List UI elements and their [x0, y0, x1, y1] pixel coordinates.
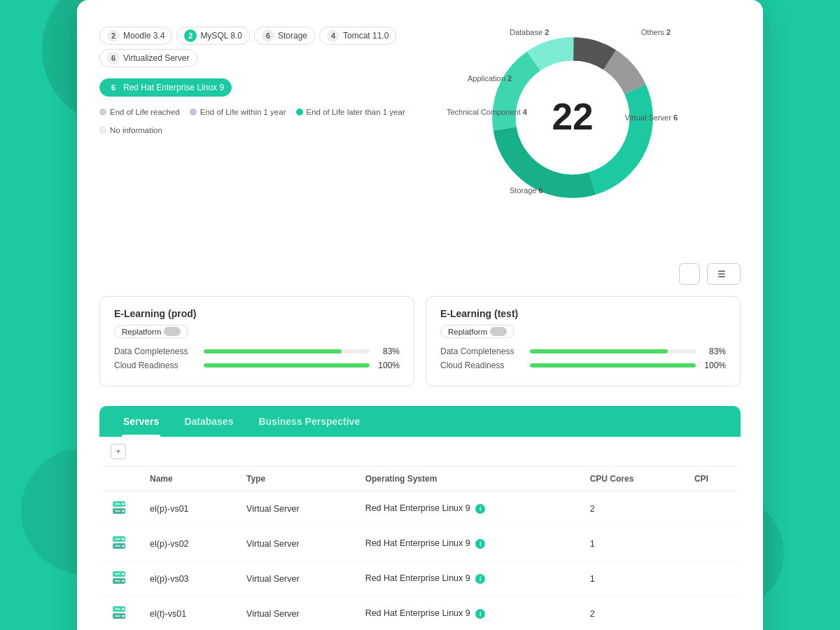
cloud-readiness-row: Cloud Readiness 100%: [114, 360, 400, 370]
data-completeness-value: 83%: [375, 346, 400, 356]
row-os: Red Hat Enterprise Linux 9 i: [354, 526, 579, 561]
row-os: Red Hat Enterprise Linux 9 i: [354, 561, 579, 596]
application-cards: E-Learning (prod) Replatform Data Comple…: [99, 296, 741, 386]
app-badge: Replatform: [114, 325, 188, 338]
row-cpi: [683, 526, 741, 561]
svg-point-9: [122, 503, 125, 505]
technology-tags: 2Moodle 3.42MySQL 8.06Storage4Tomcat 11.…: [99, 27, 416, 67]
technology-tag[interactable]: 2Moodle 3.4: [99, 27, 172, 45]
table-head: NameTypeOperating SystemCPU CoresCPI: [99, 467, 741, 491]
table-col-header: CPU Cores: [579, 467, 683, 491]
svg-rect-18: [115, 545, 120, 547]
svg-rect-12: [115, 510, 120, 512]
main-card: 2Moodle 3.42MySQL 8.06Storage4Tomcat 11.…: [77, 0, 763, 630]
tabs-section: ServersDatabasesBusiness Perspective: [99, 406, 741, 437]
svg-point-28: [122, 615, 125, 617]
filter-icon: ☰: [718, 269, 726, 279]
server-icon: [111, 604, 127, 621]
row-cpi: [683, 491, 741, 526]
row-cpu: 1: [579, 561, 683, 596]
left-panel: 2Moodle 3.42MySQL 8.06Storage4Tomcat 11.…: [99, 20, 416, 244]
data-completeness-bar: [530, 349, 696, 354]
table-body: el(p)-vs01Virtual ServerRed Hat Enterpri…: [99, 491, 741, 631]
row-os: Red Hat Enterprise Linux 9 i: [354, 491, 579, 526]
app-card-title: E-Learning (prod): [114, 308, 400, 319]
svg-rect-17: [115, 538, 120, 540]
row-cpi: [683, 596, 741, 631]
table-col-header: Type: [235, 467, 354, 491]
row-type: Virtual Server: [235, 596, 354, 631]
tabs-header: ServersDatabasesBusiness Perspective: [99, 406, 741, 437]
technology-tag[interactable]: 2MySQL 8.0: [176, 27, 250, 45]
table-row[interactable]: el(t)-vs01Virtual ServerRed Hat Enterpri…: [99, 596, 741, 631]
svg-point-27: [122, 608, 125, 610]
cloud-readiness-value: 100%: [701, 360, 726, 370]
row-type: Virtual Server: [235, 491, 354, 526]
table-col-header: Operating System: [354, 467, 579, 491]
show-filtered-button[interactable]: ☰: [707, 263, 741, 285]
button-row: ☰: [679, 263, 741, 285]
server-icon: [111, 534, 127, 551]
info-icon[interactable]: i: [475, 574, 485, 584]
legend: End of Life reachedEnd of Life within 1 …: [99, 108, 416, 134]
svg-rect-30: [115, 615, 120, 617]
svg-rect-23: [115, 573, 120, 575]
row-name: el(p)-vs01: [139, 491, 235, 526]
server-icon: [111, 569, 127, 586]
app-card-title: E-Learning (test): [440, 308, 726, 319]
svg-rect-24: [115, 580, 120, 582]
row-name: el(p)-vs02: [139, 526, 235, 561]
legend-item: End of Life within 1 year: [190, 108, 286, 116]
data-completeness-row: Data Completeness 83%: [440, 346, 726, 356]
row-cpi: [683, 561, 741, 596]
table-row[interactable]: el(p)-vs01Virtual ServerRed Hat Enterpri…: [99, 491, 741, 526]
technology-tag[interactable]: 4Tomcat 11.0: [319, 27, 396, 45]
svg-point-16: [122, 545, 125, 547]
donut-chart: 22: [475, 20, 671, 216]
table-row[interactable]: el(p)-vs03Virtual ServerRed Hat Enterpri…: [99, 561, 741, 596]
add-application-button[interactable]: [679, 263, 700, 285]
applications-header: ☰: [99, 263, 741, 285]
row-type: Virtual Server: [235, 526, 354, 561]
info-icon[interactable]: i: [475, 539, 485, 549]
table-col-header: CPI: [683, 467, 741, 491]
top-section: 2Moodle 3.42MySQL 8.06Storage4Tomcat 11.…: [99, 20, 741, 244]
cloud-readiness-value: 100%: [375, 360, 400, 370]
row-cpu: 2: [579, 491, 683, 526]
cloud-readiness-row: Cloud Readiness 100%: [440, 360, 726, 370]
technology-tag[interactable]: 6Virtualized Server: [99, 49, 197, 67]
row-cpu: 2: [579, 596, 683, 631]
row-name: el(p)-vs03: [139, 561, 235, 596]
technology-tag[interactable]: 6Storage: [254, 27, 315, 45]
data-completeness-bar: [204, 349, 370, 354]
svg-point-10: [122, 510, 125, 512]
svg-point-21: [122, 573, 125, 575]
tab-business-perspective[interactable]: Business Perspective: [246, 406, 372, 437]
cloud-readiness-label: Cloud Readiness: [114, 360, 198, 370]
donut-total: 22: [552, 96, 593, 137]
data-completeness-value: 83%: [701, 346, 726, 356]
app-card[interactable]: E-Learning (test) Replatform Data Comple…: [426, 296, 741, 386]
data-completeness-row: Data Completeness 83%: [114, 346, 400, 356]
svg-point-15: [122, 538, 125, 540]
info-icon[interactable]: i: [475, 609, 485, 619]
os-tag[interactable]: 6Red Hat Enterprise Linux 9: [99, 78, 232, 97]
tab-servers[interactable]: Servers: [111, 406, 172, 437]
app-card[interactable]: E-Learning (prod) Replatform Data Comple…: [99, 296, 414, 386]
tab-databases[interactable]: Databases: [172, 406, 246, 437]
table-wrapper: + NameTypeOperating SystemCPU CoresCPI e…: [99, 437, 741, 630]
row-os: Red Hat Enterprise Linux 9 i: [354, 596, 579, 631]
row-type: Virtual Server: [235, 561, 354, 596]
cloud-readiness-label: Cloud Readiness: [440, 360, 524, 370]
table-col-header: Name: [139, 467, 235, 491]
legend-item: End of Life later than 1 year: [296, 108, 405, 116]
expand-button[interactable]: +: [111, 444, 126, 459]
table-header-row: NameTypeOperating SystemCPU CoresCPI: [99, 467, 741, 491]
data-completeness-label: Data Completeness: [440, 346, 524, 356]
table-row[interactable]: el(p)-vs02Virtual ServerRed Hat Enterpri…: [99, 526, 741, 561]
cloud-readiness-bar: [204, 363, 370, 368]
info-icon[interactable]: i: [475, 504, 485, 514]
legend-item: No information: [99, 126, 162, 134]
row-cpu: 1: [579, 526, 683, 561]
row-name: el(t)-vs01: [139, 596, 235, 631]
